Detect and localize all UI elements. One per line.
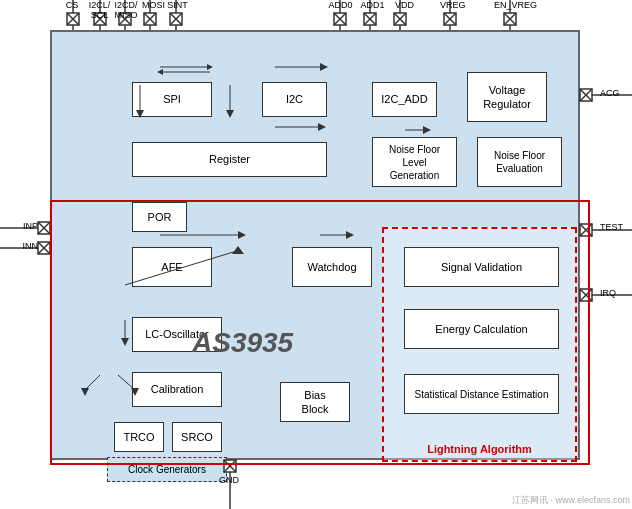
block-watchdog: Watchdog <box>292 247 372 287</box>
block-signal-validation: Signal Validation <box>404 247 559 287</box>
block-register: Register <box>132 142 327 177</box>
svg-rect-41 <box>580 89 592 101</box>
block-clock-generators: Clock Generators <box>107 457 227 482</box>
block-voltage-regulator: Voltage Regulator <box>467 72 547 122</box>
lightning-algorithm-label: Lightning Algorithm <box>384 443 575 455</box>
svg-line-42 <box>580 89 592 101</box>
pin-inp-label: INP <box>0 221 38 231</box>
block-spi: SPI <box>132 82 212 117</box>
svg-line-35 <box>444 13 456 25</box>
svg-rect-19 <box>144 13 156 25</box>
svg-line-27 <box>334 13 346 25</box>
svg-line-55 <box>38 222 50 234</box>
pin-gnd-label: GND <box>214 475 244 485</box>
pin-inn-label: INN <box>0 241 38 251</box>
chip-area: SPI I2C I2C_ADD Voltage Regulator Regist… <box>50 30 580 460</box>
svg-line-47 <box>580 224 592 236</box>
pin-sint-label: SINT <box>165 0 190 10</box>
svg-rect-31 <box>394 13 406 25</box>
block-noise-floor-level: Noise Floor Level Generation <box>372 137 457 187</box>
svg-rect-34 <box>444 13 456 25</box>
svg-line-23 <box>170 13 182 25</box>
main-container: SPI I2C I2C_ADD Voltage Regulator Regist… <box>0 0 632 509</box>
pin-i2cscl-label: I2CL/ SCL <box>87 0 112 20</box>
block-calibration: Calibration <box>132 372 222 407</box>
svg-line-29 <box>364 13 376 25</box>
pin-add0-label: ADD0 <box>328 0 353 10</box>
block-energy-calculation: Energy Calculation <box>404 309 559 349</box>
svg-line-43 <box>580 89 592 101</box>
block-srco: SRCO <box>172 422 222 452</box>
svg-rect-53 <box>38 222 50 234</box>
pin-add1-label: ADD1 <box>360 0 385 10</box>
block-i2c: I2C <box>262 82 327 117</box>
pin-envreg-label: EN_VREG <box>494 0 529 10</box>
svg-rect-28 <box>364 13 376 25</box>
svg-line-24 <box>170 13 182 25</box>
block-por: POR <box>132 202 187 232</box>
block-noise-floor-eval: Noise Floor Evaluation <box>477 137 562 187</box>
pin-acg-label: ACG <box>600 88 620 98</box>
pin-test-label: TEST <box>600 222 623 232</box>
svg-line-46 <box>580 224 592 236</box>
block-i2c-add: I2C_ADD <box>372 82 437 117</box>
chip-name: AS3935 <box>192 327 293 359</box>
svg-line-54 <box>38 222 50 234</box>
pin-irq-label: IRQ <box>600 288 616 298</box>
pin-cs-label: CS <box>62 0 82 10</box>
svg-line-36 <box>444 13 456 25</box>
svg-rect-10 <box>67 13 79 25</box>
svg-line-51 <box>580 289 592 301</box>
svg-rect-22 <box>170 13 182 25</box>
svg-line-26 <box>334 13 346 25</box>
svg-line-21 <box>144 13 156 25</box>
svg-line-33 <box>394 13 406 25</box>
pin-i2cdmiso-label: I2CD/ MISO <box>112 0 140 20</box>
svg-line-38 <box>504 13 516 25</box>
lightning-algorithm-area: Signal Validation Energy Calculation Sta… <box>382 227 577 462</box>
svg-line-30 <box>364 13 376 25</box>
svg-line-50 <box>580 289 592 301</box>
block-bias: Bias Block <box>280 382 350 422</box>
svg-line-32 <box>394 13 406 25</box>
pin-vdd-label: VDD <box>392 0 417 10</box>
svg-line-11 <box>67 13 79 25</box>
block-statistical-distance: Statistical Distance Estimation <box>404 374 559 414</box>
pin-vreg-label: VREG <box>440 0 465 10</box>
watermark: 江苏网讯 · www.elecfans.com <box>512 494 630 507</box>
svg-rect-37 <box>504 13 516 25</box>
svg-rect-45 <box>580 224 592 236</box>
block-afe: AFE <box>132 247 212 287</box>
svg-line-59 <box>38 242 50 254</box>
svg-rect-49 <box>580 289 592 301</box>
svg-line-12 <box>67 13 79 25</box>
svg-rect-25 <box>334 13 346 25</box>
svg-rect-57 <box>38 242 50 254</box>
svg-line-39 <box>504 13 516 25</box>
svg-line-58 <box>38 242 50 254</box>
block-trco: TRCO <box>114 422 164 452</box>
svg-line-20 <box>144 13 156 25</box>
pin-mosi-label: MOSI <box>141 0 166 10</box>
